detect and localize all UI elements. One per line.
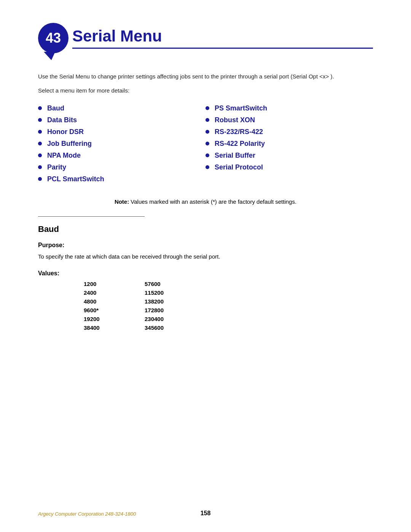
bullet-icon [206, 165, 209, 169]
menu-link-baud[interactable]: Baud [47, 104, 64, 112]
values-row-3: 4800 138200 [84, 298, 373, 305]
menu-items-container: Baud Data Bits Honor DSR Job Buffering N… [38, 104, 373, 187]
value-138200: 138200 [145, 298, 175, 305]
bullet-icon [38, 177, 42, 181]
menu-link-serial-protocol[interactable]: Serial Protocol [215, 163, 263, 171]
menu-link-rs422-polarity[interactable]: RS-422 Polarity [215, 140, 265, 148]
value-57600: 57600 [145, 281, 175, 287]
note-box: Note: Values marked with an asterisk (*)… [38, 198, 373, 205]
menu-link-data-bits[interactable]: Data Bits [47, 116, 77, 124]
select-prompt: Select a menu item for more details: [38, 87, 373, 94]
title-area: Serial Menu [65, 27, 373, 48]
purpose-text: To specify the rate at which data can be… [38, 252, 373, 261]
bullet-icon [206, 153, 209, 157]
values-row-1: 1200 57600 [84, 281, 373, 287]
page-footer: 158 Argecy Computer Corporation 248-324-… [0, 510, 411, 517]
menu-column-left: Baud Data Bits Honor DSR Job Buffering N… [38, 104, 206, 187]
bullet-icon [38, 118, 42, 122]
bullet-icon [38, 165, 42, 169]
value-1200: 1200 [84, 281, 114, 287]
menu-item-serial-buffer[interactable]: Serial Buffer [206, 152, 373, 160]
menu-item-pcl-smartswitch[interactable]: PCL SmartSwitch [38, 175, 206, 183]
section-divider [38, 216, 145, 217]
purpose-label: Purpose: [38, 242, 373, 249]
value-4800: 4800 [84, 298, 114, 305]
menu-item-data-bits[interactable]: Data Bits [38, 116, 206, 124]
header-section: 43 Serial Menu [38, 23, 373, 53]
note-label: Note: Values marked with an asterisk (*)… [115, 198, 296, 205]
menu-item-honor-dsr[interactable]: Honor DSR [38, 128, 206, 136]
bullet-icon [206, 130, 209, 134]
menu-item-serial-protocol[interactable]: Serial Protocol [206, 163, 373, 171]
intro-description: Use the Serial Menu to change printer se… [38, 72, 373, 81]
bullet-icon [206, 142, 209, 145]
bullet-icon [206, 106, 209, 110]
value-172800: 172800 [145, 307, 175, 313]
bullet-icon [38, 106, 42, 110]
menu-item-job-buffering[interactable]: Job Buffering [38, 140, 206, 148]
menu-link-pcl-smartswitch[interactable]: PCL SmartSwitch [47, 175, 104, 183]
value-115200: 115200 [145, 289, 175, 296]
menu-link-ps-smartswitch[interactable]: PS SmartSwitch [215, 104, 267, 112]
menu-item-parity[interactable]: Parity [38, 163, 206, 171]
value-345600: 345600 [145, 324, 175, 331]
menu-link-robust-xon[interactable]: Robust XON [215, 116, 255, 124]
menu-item-robust-xon[interactable]: Robust XON [206, 116, 373, 124]
value-2400: 2400 [84, 289, 114, 296]
value-38400: 38400 [84, 324, 114, 331]
menu-item-rs232[interactable]: RS-232/RS-422 [206, 128, 373, 136]
values-label: Values: [38, 270, 373, 277]
chapter-number: 43 [46, 30, 61, 46]
menu-link-honor-dsr[interactable]: Honor DSR [47, 128, 84, 136]
value-230400: 230400 [145, 316, 175, 322]
footer-company: Argecy Computer Corporation 248-324-1800 [38, 511, 136, 517]
note-text: Values marked with an asterisk (*) are t… [129, 198, 296, 205]
menu-column-right: PS SmartSwitch Robust XON RS-232/RS-422 … [206, 104, 373, 187]
menu-link-npa-mode[interactable]: NPA Mode [47, 152, 81, 160]
bullet-icon [38, 142, 42, 145]
page: 43 Serial Menu Use the Serial Menu to ch… [0, 0, 411, 532]
value-9600: 9600* [84, 307, 114, 313]
baud-heading: Baud [38, 224, 373, 234]
menu-item-npa-mode[interactable]: NPA Mode [38, 152, 206, 160]
values-table: 1200 57600 2400 115200 4800 138200 9600*… [84, 281, 373, 331]
bullet-icon [206, 118, 209, 122]
note-prefix: Note: [115, 198, 129, 205]
menu-link-serial-buffer[interactable]: Serial Buffer [215, 152, 255, 160]
menu-link-job-buffering[interactable]: Job Buffering [47, 140, 92, 148]
values-row-2: 2400 115200 [84, 289, 373, 296]
menu-item-baud[interactable]: Baud [38, 104, 206, 112]
title-underline [72, 48, 373, 49]
menu-link-parity[interactable]: Parity [47, 163, 66, 171]
page-title: Serial Menu [72, 27, 373, 45]
values-row-5: 19200 230400 [84, 316, 373, 322]
chapter-badge: 43 [38, 23, 68, 53]
menu-item-rs422-polarity[interactable]: RS-422 Polarity [206, 140, 373, 148]
menu-link-rs232[interactable]: RS-232/RS-422 [215, 128, 263, 136]
value-19200: 19200 [84, 316, 114, 322]
values-row-6: 38400 345600 [84, 324, 373, 331]
bullet-icon [38, 130, 42, 134]
values-row-4: 9600* 172800 [84, 307, 373, 313]
menu-item-ps-smartswitch[interactable]: PS SmartSwitch [206, 104, 373, 112]
bullet-icon [38, 153, 42, 157]
